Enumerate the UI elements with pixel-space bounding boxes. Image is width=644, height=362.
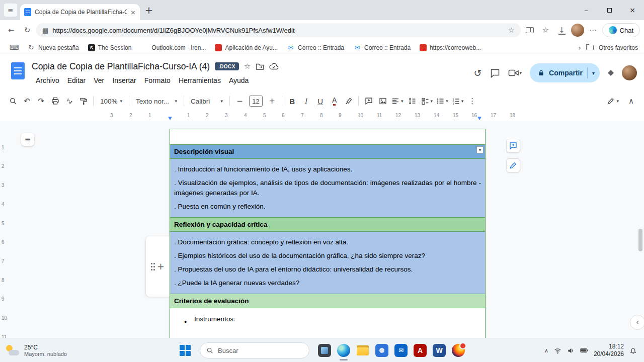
spelling-check-button[interactable]: A [62,95,76,108]
menu-ayuda[interactable]: Ayuda [225,75,253,86]
line-spacing-button[interactable] [406,95,419,108]
paint-format-button[interactable] [76,95,90,108]
bookmark-item-3[interactable]: Outlook.com - iren... [136,42,210,53]
redo-button[interactable] [34,95,48,108]
italic-button[interactable]: I [299,95,313,108]
taskbar-icon-word[interactable]: W [430,340,449,361]
tab-actions-menu-button[interactable] [4,4,17,17]
add-favorite-icon[interactable] [508,26,515,34]
add-comment-button[interactable] [506,139,520,153]
editing-mode-button[interactable] [605,95,620,108]
star-document-icon[interactable] [244,62,251,71]
back-button[interactable] [4,23,18,37]
paragraph-style-select[interactable]: Texto nor... [132,95,181,108]
taskbar-clock[interactable]: 18:12 20/04/2026 [594,343,624,358]
browser-tab[interactable]: Copia de Copia de PlantillaFicha-C... [20,4,140,20]
right-indent-marker[interactable] [477,117,481,120]
highlight-color-button[interactable] [342,95,355,108]
bookmarks-overflow-button[interactable] [578,44,581,52]
align-button[interactable] [390,95,405,108]
weather-widget[interactable]: 25°C Mayorm. nublado [0,338,73,362]
reload-button[interactable] [20,23,34,37]
checklist-button[interactable] [420,95,435,108]
bulleted-list-button[interactable] [435,95,450,108]
volume-icon[interactable] [567,347,575,354]
document-title[interactable]: Copia de Copia de PlantillaFicha-Curso-I… [32,61,210,72]
bookmark-item-2[interactable]: SThe Session [84,43,136,53]
table-row-bullet-6[interactable]: Instrumentos: [170,308,485,338]
bookmark-item-1[interactable]: Nueva pestaña [23,42,83,53]
menu-ver[interactable]: Ver [90,75,108,86]
taskbar-icon-acrobat[interactable]: A [411,340,430,361]
document-outline-button[interactable] [21,133,34,146]
bookmark-item-5[interactable]: Correo :: Entrada [283,42,348,53]
taskbar-search[interactable]: Buscar [200,342,309,358]
start-button[interactable] [176,340,194,360]
notifications-bell-icon[interactable] [629,347,637,354]
chat-button[interactable]: Chat [602,23,640,37]
cloud-save-status-icon[interactable] [269,63,279,70]
search-menus-button[interactable] [6,95,20,108]
maximize-button[interactable] [598,0,621,20]
bookmark-item-0[interactable] [6,42,22,53]
site-info-icon[interactable] [42,27,48,34]
taskbar-icon-outlook[interactable]: ✉ [391,340,411,361]
zoom-select[interactable]: 100% [97,95,126,108]
close-button[interactable] [621,0,644,20]
google-docs-logo[interactable] [11,62,25,79]
gemini-icon[interactable] [608,70,614,76]
decrease-font-size-button[interactable] [233,95,247,108]
meet-video-call-button[interactable] [508,68,522,77]
wifi-icon[interactable] [554,347,561,354]
drag-handle-icon[interactable] [151,263,152,264]
url-text[interactable]: https://docs.google.com/document/d/1liZ6… [52,27,504,34]
other-favorites-label[interactable]: Otros favoritos [599,44,638,51]
comments-icon[interactable] [490,68,500,78]
font-size-field[interactable]: 12 [249,96,263,107]
taskbar-icon-photos[interactable] [315,340,334,361]
browser-menu-button[interactable] [586,23,600,37]
taskbar-icon-file-explorer[interactable] [353,340,372,361]
undo-button[interactable] [20,95,34,108]
table-row-empty-0[interactable] [170,129,485,145]
insert-comment-button[interactable] [362,95,375,108]
split-screen-button[interactable] [523,23,537,37]
font-select[interactable]: Calibri [187,95,226,108]
taskbar-icon-firefox[interactable] [449,340,468,361]
taskbar-icon-teams[interactable] [372,340,391,361]
table-row-content-4[interactable]: . Documentación gráfica: concepto y refl… [170,232,485,294]
browser-profile-avatar[interactable] [571,24,584,37]
table-row-header-5[interactable]: Criterios de evaluación [170,294,485,308]
bookmark-item-7[interactable]: https://correoweb... [416,43,485,53]
new-tab-button[interactable] [145,5,153,16]
minimize-button[interactable] [575,0,598,20]
tray-overflow-button[interactable] [544,347,548,354]
move-folder-icon[interactable] [256,63,264,70]
taskbar-icon-edge[interactable] [334,340,353,361]
scrollbar[interactable] [638,229,642,251]
cell-dropdown-button[interactable] [476,146,484,153]
left-indent-marker[interactable] [168,117,172,120]
horizontal-ruler[interactable]: 321123456789101112131415161718 [0,111,644,121]
increase-font-size-button[interactable] [265,95,279,108]
suggest-edits-button[interactable] [506,158,520,172]
bold-button[interactable]: B [285,95,299,108]
menu-insertar[interactable]: Insertar [108,75,140,86]
table-row-header-1[interactable]: Descripción visual [170,145,485,159]
account-avatar[interactable] [622,65,637,80]
menu-herramientas[interactable]: Herramientas [175,75,225,86]
bookmark-item-4[interactable]: Aplicación de Ayu... [211,43,282,53]
share-button[interactable]: Compartir [530,63,600,82]
tab-close-icon[interactable] [130,9,136,16]
vertical-ruler[interactable]: 1234567891011 [0,121,8,338]
collapse-panel-button[interactable] [630,315,644,330]
bookmark-item-6[interactable]: Correo :: Entrada [349,42,415,53]
battery-icon[interactable] [580,348,588,353]
share-caret-icon[interactable] [592,70,595,76]
text-color-button[interactable]: A [328,95,341,108]
menu-archivo[interactable]: Archivo [32,75,63,86]
print-button[interactable] [48,95,62,108]
menu-editar[interactable]: Editar [63,75,90,86]
menu-formato[interactable]: Formato [140,75,175,86]
table-row-header-3[interactable]: Reflexión y capacidad crítica [170,218,485,232]
